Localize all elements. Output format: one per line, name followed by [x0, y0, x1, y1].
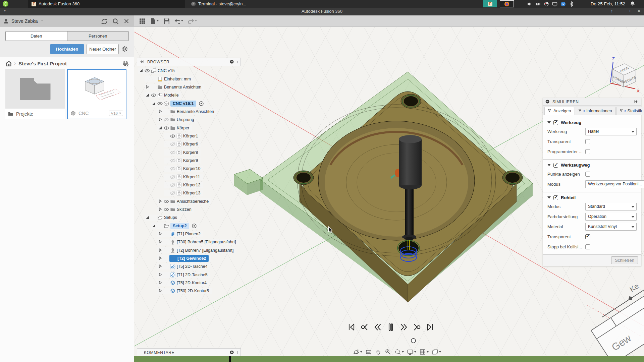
skip-end-button[interactable] [426, 323, 434, 331]
battery-tray-icon[interactable] [535, 1, 541, 7]
expand-caret-icon[interactable] [158, 281, 163, 285]
drag-grip[interactable]: ‖ [236, 351, 238, 355]
expand-caret-icon[interactable] [158, 109, 163, 114]
tree-row[interactable]: Benannte Ansichten [137, 83, 241, 91]
file-toolbar-button[interactable] [150, 18, 159, 24]
visibility-eye-icon[interactable] [169, 150, 176, 155]
expand-caret-icon[interactable] [158, 117, 163, 122]
material-select[interactable]: Kunststoff Vinyl [585, 223, 637, 231]
maximize-window-button[interactable]: + [628, 8, 632, 13]
group-checkbox[interactable] [553, 195, 558, 200]
group-header-rohteil[interactable]: Rohteil [547, 195, 637, 200]
network-tray-icon[interactable] [560, 1, 566, 7]
playback-slider-track[interactable] [382, 341, 480, 341]
expand-caret-icon[interactable] [158, 126, 163, 130]
activate-radio-icon[interactable] [199, 101, 204, 106]
viewports-tool-button[interactable] [432, 349, 441, 355]
visibility-eye-icon[interactable] [169, 133, 176, 139]
group-checkbox[interactable] [553, 163, 558, 168]
bluetooth-tray-icon[interactable] [569, 1, 574, 7]
tree-row[interactable]: Modelle [137, 91, 241, 99]
pause-button[interactable] [386, 323, 395, 331]
group-header-werkzeug[interactable]: Werkzeug [547, 120, 637, 125]
refresh-icon[interactable] [101, 18, 107, 24]
save-toolbar-button[interactable] [163, 18, 169, 24]
volume-tray-icon[interactable] [527, 1, 532, 7]
close-button[interactable]: Schließen [611, 256, 638, 264]
tree-row[interactable]: CNC v16:1 [137, 99, 241, 107]
gear-icon[interactable] [121, 46, 128, 52]
expand-caret-icon[interactable] [158, 199, 163, 204]
visibility-eye-icon[interactable] [144, 68, 150, 73]
tree-row[interactable]: Körper8 [137, 148, 241, 156]
upload-button[interactable]: Hochladen [50, 44, 84, 54]
taskbar-window-fusion[interactable]: F Autodesk Fusion 360 [28, 0, 185, 8]
expand-caret-icon[interactable] [158, 256, 163, 261]
close-panel-icon[interactable] [124, 18, 129, 24]
tree-row[interactable]: [T1] 2D-Tasche5 [137, 271, 241, 279]
visibility-eye-icon[interactable] [163, 199, 169, 204]
pan-tool-button[interactable] [375, 349, 382, 355]
menu-caret-icon[interactable] [157, 20, 159, 21]
tree-row[interactable]: [T5] 2D-Tasche4 [137, 262, 241, 270]
expand-caret-icon[interactable] [158, 207, 163, 212]
tree-row[interactable]: [T5] 2D-Kontur4 [137, 279, 241, 287]
tree-row[interactable]: Körper10 [137, 165, 241, 173]
visibility-eye-icon[interactable] [163, 125, 169, 131]
menu-caret-icon[interactable] [181, 20, 183, 21]
visibility-eye-icon[interactable] [169, 190, 176, 196]
expand-caret-icon[interactable] [145, 93, 150, 98]
browser-header[interactable]: BROWSER ‖ [137, 58, 241, 66]
notifications-bell-icon[interactable] [630, 1, 635, 6]
collapse-arrow-icon[interactable] [547, 196, 551, 199]
visibility-eye-icon[interactable] [169, 158, 176, 163]
tab-daten[interactable]: Daten [6, 32, 67, 41]
tree-row[interactable]: Setup2 [137, 222, 241, 230]
tree-row[interactable]: [T30] Bohren5 [Eilgangausfahrt] [137, 238, 241, 246]
zoom-tool-button[interactable] [385, 349, 391, 355]
tree-row[interactable]: Skizzen [137, 205, 241, 214]
minimize-window-button[interactable]: − [619, 8, 623, 13]
programmierter--checkbox[interactable] [585, 149, 590, 154]
expand-caret-icon[interactable] [158, 273, 163, 277]
expand-caret-icon[interactable] [158, 264, 163, 269]
transparent-checkbox[interactable] [585, 234, 590, 239]
tree-row[interactable]: Ursprung [137, 116, 241, 124]
simulate-header[interactable]: SIMULIEREN [543, 98, 641, 106]
stopp-bei-kollisi--checkbox[interactable] [585, 244, 590, 249]
menu-caret-icon[interactable] [414, 351, 416, 353]
orbit-tool-button[interactable] [353, 349, 362, 355]
farbdarstellung-select[interactable]: Operation [585, 213, 637, 221]
desktop-clock[interactable]: Do 25 Feb, 11:52 [591, 0, 625, 8]
display-tray-icon[interactable] [552, 1, 557, 7]
visibility-eye-icon[interactable] [169, 174, 176, 180]
expand-caret-icon[interactable] [158, 232, 163, 236]
tree-row[interactable]: Einheiten: mm [137, 75, 241, 83]
undo-toolbar-button[interactable] [174, 18, 183, 24]
grid-tool-button[interactable] [419, 349, 429, 355]
taskbar-pinned-firefox[interactable] [500, 0, 514, 7]
expand-circle-icon[interactable] [230, 350, 234, 355]
tree-row[interactable]: Körper11 [137, 173, 241, 181]
distro-menu-icon[interactable] [3, 1, 8, 7]
menu-caret-icon[interactable] [195, 20, 197, 21]
previous-operation-button[interactable] [360, 323, 369, 331]
visibility-eye-icon[interactable] [163, 117, 169, 122]
taskbar-window-terminal[interactable]: > Terminal - steve@cryin... [188, 0, 345, 8]
display-settings-tool-button[interactable] [407, 349, 416, 355]
group-checkbox[interactable] [553, 120, 558, 125]
step-forward-button[interactable] [399, 323, 408, 331]
tree-row[interactable]: CNC v15 [137, 67, 241, 75]
drag-grip[interactable]: ‖ [236, 60, 238, 64]
next-operation-button[interactable] [413, 323, 421, 331]
tab-informationen[interactable]: #Informationen [575, 107, 615, 115]
tree-row[interactable]: Körper [137, 124, 241, 132]
group-header-werkzeugweg[interactable]: Werkzeugweg [547, 163, 637, 168]
visibility-eye-icon[interactable] [157, 101, 163, 106]
tree-row[interactable]: Körper6 [137, 140, 241, 148]
minimize-circle-icon[interactable] [230, 60, 234, 64]
tab-personen[interactable]: Personen [67, 32, 129, 41]
comments-header[interactable]: KOMMENTARE ‖ [137, 348, 241, 357]
taskbar-pinned-fusion[interactable]: F [483, 0, 497, 7]
visibility-eye-icon[interactable] [163, 207, 169, 212]
